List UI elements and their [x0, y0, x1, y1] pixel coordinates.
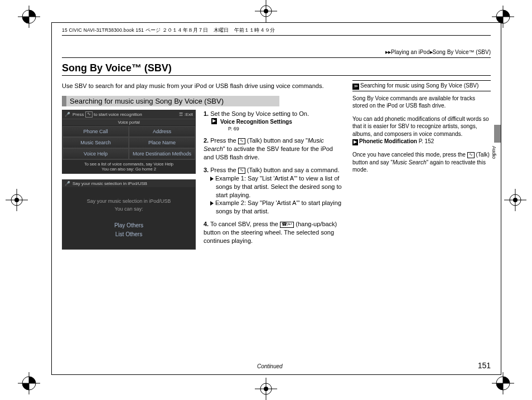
- portal-button-music-search: Music Search: [62, 137, 129, 148]
- breadcrumb-seg1: Playing an iPod: [391, 49, 430, 55]
- screen-subtitle: Voice portal: [62, 119, 195, 126]
- hangup-back-button-icon: ☎/↩: [280, 222, 294, 228]
- voice-option-play-others: Play Others: [66, 221, 192, 230]
- portal-button-address: Address: [129, 126, 195, 137]
- page-title: Song By Voice™ (SBV): [62, 62, 491, 74]
- talk-button-icon: ∿: [467, 152, 475, 158]
- mic-icon: 🎤: [65, 181, 70, 186]
- breadcrumb-arrow-icon: ▶▶: [385, 50, 391, 55]
- portal-button-voice-help: Voice Help: [62, 148, 129, 159]
- portal-button-phone-call: Phone Call: [62, 126, 129, 137]
- cross-ref-voice-recognition: ▶ Voice Recognition Settings P. 69: [211, 118, 345, 133]
- side-note: ≫Searching for music using Song By Voice…: [352, 80, 491, 255]
- step-1: 1. Set the Song by Voice setting to On. …: [204, 110, 345, 132]
- section-heading: Searching for music using Song By Voice …: [62, 96, 279, 106]
- side-note-p1: Song By Voice commands are available for…: [352, 95, 491, 110]
- screen-hint: You can say:: [66, 205, 192, 213]
- rule: [62, 75, 491, 76]
- step-3-example-2: Example 2: Say "Play 'Artist A'" to star…: [210, 199, 345, 216]
- exit-label: ☰ :Exit: [179, 112, 193, 117]
- crop-mark: [6, 189, 28, 211]
- triangle-bullet-icon: [210, 201, 214, 206]
- talk-icon: ∿: [85, 111, 93, 118]
- note-icon: ≫: [352, 84, 359, 90]
- voice-portal-screenshot: 🎤 Press ∿ to start voice recognition ☰ :…: [62, 110, 196, 174]
- side-note-heading: ≫Searching for music using Song By Voice…: [352, 80, 491, 91]
- rule: [62, 57, 491, 58]
- crop-mark: [504, 189, 526, 211]
- step-3: 3. Press the ∿ (Talk) button and say a c…: [204, 166, 345, 216]
- mic-icon: 🎤: [65, 112, 70, 117]
- voice-option-list-others: List Others: [66, 230, 192, 239]
- screen-hint: Say your music selection in iPod/USB: [66, 197, 192, 205]
- svg-point-15: [14, 198, 19, 202]
- portal-button-place-name: Place Name: [129, 137, 195, 148]
- crop-mark: [18, 372, 40, 394]
- portal-button-more-methods: More Destination Methods: [129, 148, 195, 159]
- step-2: 2. Press the ∿ (Talk) button and say "Mu…: [204, 136, 345, 162]
- book-metadata: 15 CIVIC NAVI-31TR38300.book 151 ページ ２０１…: [62, 27, 491, 36]
- step-4: 4. To cancel SBV, press the ☎/↩ (hang-up…: [204, 220, 345, 245]
- section-tab: [494, 125, 501, 143]
- breadcrumb: ▶▶Playing an iPod▶Song By Voice™ (SBV): [62, 49, 491, 55]
- crop-mark: [255, 378, 277, 400]
- svg-point-23: [264, 9, 268, 13]
- intro-text: Use SBV to search for and play music fro…: [62, 82, 345, 89]
- crop-mark: [18, 6, 40, 28]
- titlebar-text: Press ∿ to start voice recognition: [72, 111, 142, 118]
- page-number: 151: [478, 361, 491, 370]
- section-tab-label: Audio: [491, 146, 497, 159]
- cross-ref-phonetic: Phonetic Modification: [359, 138, 417, 144]
- crop-mark: [255, 0, 277, 22]
- triangle-bullet-icon: [210, 177, 214, 181]
- link-icon: ▶: [211, 118, 217, 124]
- page-footer: Continued 151: [62, 361, 491, 370]
- breadcrumb-seg2: Song By Voice™ (SBV): [433, 49, 491, 55]
- continued-label: Continued: [257, 363, 283, 369]
- svg-point-27: [264, 387, 268, 391]
- side-note-p3: Once you have canceled this mode, press …: [352, 151, 491, 174]
- crop-mark: [492, 372, 514, 394]
- talk-button-icon: ∿: [238, 168, 245, 174]
- side-note-p2: You can add phonetic modifications of di…: [352, 115, 491, 145]
- music-selection-screenshot: 🎤 Say your music selection in iPod/USB S…: [62, 179, 196, 250]
- svg-point-19: [513, 198, 518, 202]
- page-frame: 15 CIVIC NAVI-31TR38300.book 151 ページ ２０１…: [51, 22, 501, 375]
- link-icon: ▶: [352, 139, 358, 145]
- titlebar-text: Say your music selection in iPod/USB: [72, 181, 147, 186]
- step-3-example-1: Example 1: Say "List 'Artist A'" to view…: [210, 174, 345, 199]
- screen-footer: To see a list of voice commands, say Voi…: [62, 159, 195, 173]
- talk-button-icon: ∿: [238, 138, 245, 144]
